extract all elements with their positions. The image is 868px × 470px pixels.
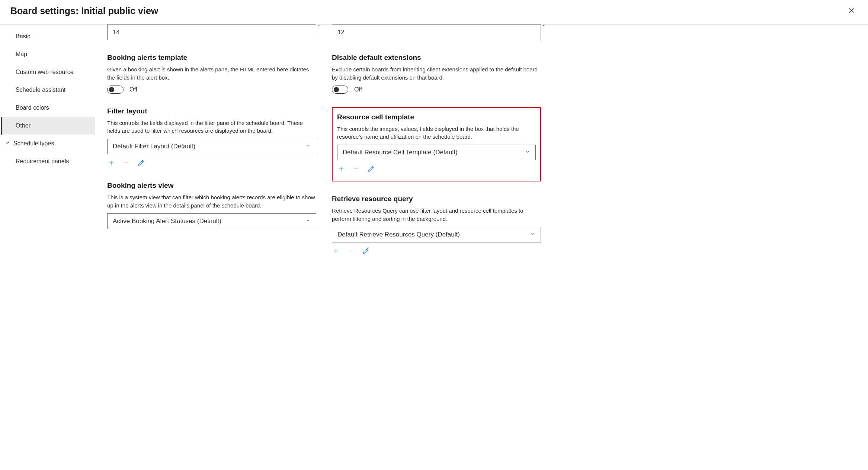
left-column: * Booking alerts template Given a bookin… (107, 25, 316, 270)
sidebar-item-other[interactable]: Other (1, 117, 95, 135)
chevron-down-icon (5, 140, 10, 147)
desc-booking-alerts-view: This is a system view that can filter wh… (107, 193, 316, 210)
dropdown-value-filter-layout: Default Filter Layout (Default) (113, 143, 195, 150)
content-pane: * Booking alerts template Given a bookin… (95, 25, 868, 470)
desc-resource-cell-template: This controls the images, values, fields… (337, 125, 536, 141)
remove-button-resource-cell-template[interactable] (352, 165, 360, 174)
edit-icon (138, 160, 144, 167)
page-title: Board settings: Initial public view (10, 6, 158, 16)
right-column: * Disable default extensions Exclude cer… (332, 25, 541, 270)
minus-icon (353, 165, 359, 173)
required-marker: * (543, 25, 545, 29)
desc-booking-alerts-template: Given a booking alert is shown in the al… (107, 65, 316, 82)
label-booking-alerts-template: Booking alerts template (107, 54, 316, 62)
plus-icon (333, 248, 339, 255)
remove-button-retrieve-resource-query[interactable] (347, 247, 355, 256)
close-icon (848, 10, 855, 15)
close-button[interactable] (846, 4, 858, 17)
number-input-right[interactable] (332, 25, 541, 40)
label-filter-layout: Filter layout (107, 107, 316, 115)
dropdown-booking-alerts-view[interactable]: Active Booking Alert Statuses (Default) (107, 213, 316, 229)
dropdown-value-resource-cell-template: Default Resource Cell Template (Default) (343, 149, 458, 156)
sidebar: Basic Map Custom web resource Schedule a… (0, 25, 95, 470)
sidebar-item-custom-web-resource[interactable]: Custom web resource (1, 63, 95, 81)
add-button-filter-layout[interactable] (107, 159, 115, 168)
label-retrieve-resource-query: Retrieve resource query (332, 195, 541, 203)
label-disable-default-extensions: Disable default extensions (332, 54, 541, 62)
sidebar-item-schedule-types[interactable]: Schedule types (1, 135, 95, 152)
remove-button-filter-layout[interactable] (122, 159, 130, 168)
sidebar-item-schedule-assistant[interactable]: Schedule assistant (1, 81, 95, 99)
desc-filter-layout: This controls the fields displayed in th… (107, 119, 316, 135)
edit-icon (368, 165, 374, 173)
edit-icon (362, 248, 369, 255)
field-filter-layout: Filter layout This controls the fields d… (107, 107, 316, 168)
toggle-disable-default-extensions[interactable] (332, 86, 348, 94)
label-resource-cell-template: Resource cell template (337, 113, 536, 121)
field-number-left: * (107, 25, 316, 40)
desc-retrieve-resource-query: Retrieve Resources Query can use filter … (332, 207, 541, 223)
add-button-retrieve-resource-query[interactable] (332, 247, 340, 256)
field-booking-alerts-view: Booking alerts view This is a system vie… (107, 181, 316, 229)
field-booking-alerts-template: Booking alerts template Given a booking … (107, 54, 316, 94)
dropdown-resource-cell-template[interactable]: Default Resource Cell Template (Default) (337, 145, 536, 160)
dropdown-filter-layout[interactable]: Default Filter Layout (Default) (107, 139, 316, 154)
plus-icon (338, 165, 345, 173)
dialog-header: Board settings: Initial public view (0, 0, 868, 25)
highlighted-section-resource-cell-template: Resource cell template This controls the… (332, 107, 541, 182)
field-disable-default-extensions: Disable default extensions Exclude certa… (332, 54, 541, 94)
sidebar-item-basic[interactable]: Basic (1, 28, 95, 45)
minus-icon (347, 248, 354, 255)
edit-button-resource-cell-template[interactable] (367, 165, 375, 174)
field-resource-cell-template: Resource cell template This controls the… (337, 113, 536, 174)
plus-icon (108, 160, 115, 167)
sidebar-item-map[interactable]: Map (1, 45, 95, 63)
chevron-down-icon (305, 143, 311, 150)
sidebar-item-label: Schedule types (13, 140, 54, 147)
number-input-left[interactable] (107, 25, 316, 40)
desc-disable-default-extensions: Exclude certain boards from inheriting c… (332, 65, 541, 82)
toggle-label-disable-default-extensions: Off (354, 86, 362, 93)
edit-button-filter-layout[interactable] (137, 159, 145, 168)
chevron-down-icon (305, 218, 311, 225)
sidebar-item-board-colors[interactable]: Board colors (1, 99, 95, 117)
dropdown-retrieve-resource-query[interactable]: Default Retrieve Resources Query (Defaul… (332, 227, 541, 242)
field-number-right: * (332, 25, 541, 40)
field-retrieve-resource-query: Retrieve resource query Retrieve Resourc… (332, 195, 541, 256)
dropdown-value-retrieve-resource-query: Default Retrieve Resources Query (Defaul… (337, 231, 460, 238)
required-marker: * (318, 25, 320, 29)
chevron-down-icon (525, 149, 530, 156)
dropdown-value-booking-alerts-view: Active Booking Alert Statuses (Default) (113, 218, 221, 225)
chevron-down-icon (530, 231, 535, 238)
toggle-booking-alerts-template[interactable] (107, 86, 124, 94)
toggle-label-booking-alerts-template: Off (129, 86, 137, 93)
add-button-resource-cell-template[interactable] (337, 165, 345, 174)
edit-button-retrieve-resource-query[interactable] (362, 247, 370, 256)
minus-icon (123, 160, 129, 167)
sidebar-item-requirement-panels[interactable]: Requirement panels (1, 152, 95, 170)
label-booking-alerts-view: Booking alerts view (107, 181, 316, 190)
